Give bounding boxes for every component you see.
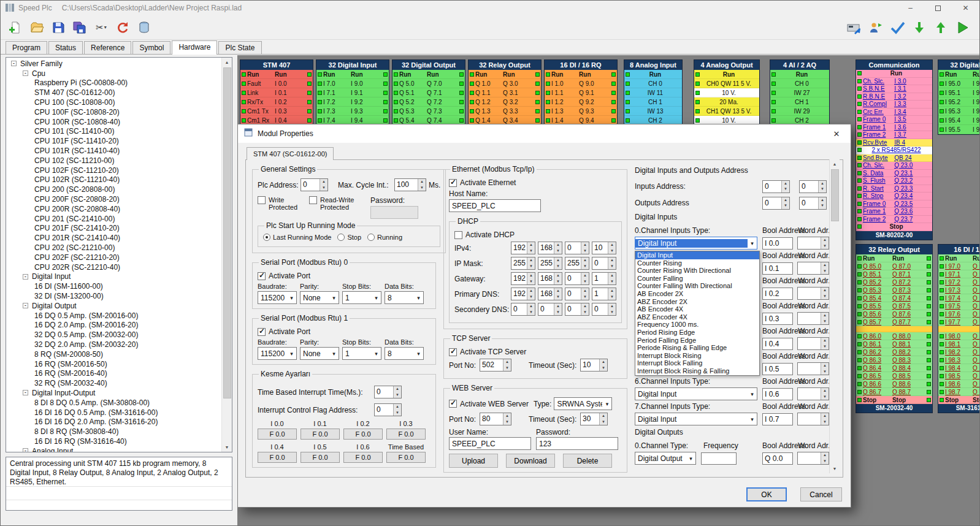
- output-type-dropdown[interactable]: Digital Output▾: [635, 452, 696, 465]
- tree-expander-icon[interactable]: -: [11, 61, 17, 66]
- spinner[interactable]: ▲▼: [797, 413, 829, 425]
- web-timeout-spinner[interactable]: 30▲▼: [580, 413, 608, 425]
- scroll-down-icon[interactable]: ▼: [225, 443, 229, 452]
- bool-address-field[interactable]: I 0.7: [762, 413, 793, 425]
- spinner-arrows-icon[interactable]: ▲▼: [599, 359, 607, 371]
- spinner[interactable]: ▲▼: [797, 262, 829, 275]
- tab-plc-state[interactable]: Plc State: [218, 41, 261, 54]
- download-button[interactable]: Download: [506, 454, 555, 468]
- spinner-arrows-icon[interactable]: ▲▼: [821, 388, 829, 400]
- spinner-arrows-icon[interactable]: ▲▼: [581, 257, 589, 269]
- spinner-arrows-icon[interactable]: ▲▼: [608, 288, 616, 300]
- tab-program[interactable]: Program: [6, 41, 47, 54]
- tree-item[interactable]: CPU 101F (SC-11410-20): [6, 136, 221, 146]
- spinner[interactable]: 0▲▼: [592, 257, 616, 270]
- dropdown-option[interactable]: Period Falling Edge: [635, 337, 759, 345]
- tree-item[interactable]: -Digital Input-Output: [6, 388, 221, 398]
- tree-item[interactable]: -Analog Input: [6, 446, 221, 452]
- tree-item[interactable]: CPU 201F (SC-21410-20): [6, 224, 221, 234]
- tree-item[interactable]: 16 DI 16 DQ 0.5 Amp. (SM-31616-00): [6, 408, 221, 417]
- scroll-down-icon[interactable]: ▼: [833, 464, 837, 473]
- spinner[interactable]: ▲▼: [797, 312, 829, 325]
- spinner-arrows-icon[interactable]: ▲▼: [821, 338, 829, 349]
- tree-item[interactable]: 16 DQ 0.5 Amp. (SM-20016-00): [6, 311, 221, 321]
- bool-address-field[interactable]: Q 0.0: [762, 452, 793, 465]
- tree-item[interactable]: -Cpu: [6, 69, 221, 78]
- web-type-dropdown[interactable]: SRWNA Syster ▾: [554, 397, 612, 410]
- tree-expander-icon[interactable]: -: [23, 303, 28, 308]
- interrupt-flag-box[interactable]: F 0.0: [343, 429, 383, 440]
- tree-item[interactable]: 16 DQ 2.0 Amp. (SM-20016-20): [6, 321, 221, 330]
- tab-status[interactable]: Status: [48, 41, 83, 54]
- dropdown-option[interactable]: Interrupt Block Rising & Falling: [635, 367, 759, 375]
- new-file-icon[interactable]: [6, 18, 25, 37]
- refresh-icon[interactable]: [113, 18, 132, 37]
- spinner-arrows-icon[interactable]: ▲▼: [581, 273, 589, 284]
- tab-symbol[interactable]: Symbol: [132, 41, 170, 54]
- radio-last-running-mode[interactable]: [263, 234, 270, 241]
- save-all-icon[interactable]: [70, 18, 90, 37]
- dropdown-option[interactable]: Interrupt Block Falling: [635, 359, 759, 367]
- activate-tcp-checkbox[interactable]: [449, 348, 457, 356]
- tree-expander-icon[interactable]: -: [23, 448, 28, 452]
- activate-dhcp-checkbox[interactable]: [454, 231, 462, 239]
- spinner[interactable]: ▲▼: [797, 387, 829, 400]
- tree-item[interactable]: 32 RQ (SM-20032-40): [6, 378, 221, 388]
- tree-item[interactable]: CPU 202R (SC-21210-40): [6, 262, 221, 272]
- spinner-arrows-icon[interactable]: ▲▼: [527, 303, 535, 315]
- tree-item[interactable]: 8 DI 8 RQ (SM-30808-40): [6, 427, 221, 436]
- tree-item[interactable]: CPU 200F (SC-20808-20): [6, 194, 221, 204]
- spinner-arrows-icon[interactable]: ▲▼: [527, 242, 535, 254]
- run-icon[interactable]: [952, 18, 972, 37]
- inputs-address-spinner-2[interactable]: 0▲▼: [799, 180, 827, 193]
- bool-address-field[interactable]: I 0.5: [762, 363, 793, 375]
- tree-item[interactable]: 8 RQ (SM-20008-50): [6, 349, 221, 359]
- minimize-button[interactable]: –: [897, 1, 924, 15]
- spinner-arrows-icon[interactable]: ▲▼: [554, 288, 562, 300]
- scroll-thumb[interactable]: [831, 169, 839, 221]
- spinner[interactable]: ▲▼: [797, 287, 829, 300]
- bool-address-field[interactable]: I 0.1: [762, 262, 793, 275]
- read-write-protected-checkbox[interactable]: [309, 196, 317, 204]
- delete-button[interactable]: Delete: [563, 454, 612, 468]
- save-icon[interactable]: [48, 18, 68, 37]
- tree-item[interactable]: Raspberry Pi (SC-00808-00): [6, 78, 221, 88]
- spinner[interactable]: 0▲▼: [565, 242, 589, 254]
- spinner[interactable]: 0▲▼: [511, 303, 535, 316]
- spinner-arrows-icon[interactable]: ▲▼: [821, 363, 829, 375]
- spinner[interactable]: 255▲▼: [565, 257, 589, 270]
- spinner-arrows-icon[interactable]: ▲▼: [581, 288, 589, 300]
- spinner-arrows-icon[interactable]: ▲▼: [818, 197, 826, 209]
- dropdown[interactable]: None▾: [300, 347, 339, 360]
- outputs-address-spinner-2[interactable]: 0▲▼: [799, 197, 827, 210]
- interrupt-flag-box[interactable]: F 0.0: [258, 429, 297, 440]
- module-card-analog-output-4[interactable]: 4 Analog OutputRunCH0 QW 11 5 V.10 V.20 …: [694, 59, 760, 126]
- dropdown-option[interactable]: Frequency 1000 ms.: [635, 321, 759, 329]
- maximize-button[interactable]: [924, 1, 952, 15]
- web-password-input[interactable]: 123: [536, 437, 618, 450]
- dropdown[interactable]: 115200▾: [258, 291, 297, 304]
- dropdown-option[interactable]: Periode Rising & Falling Edge: [635, 344, 759, 352]
- tree-item[interactable]: STM 407 (SC-01612-00): [6, 88, 221, 97]
- dialog-close-icon[interactable]: ✕: [827, 129, 846, 139]
- module-card-communication[interactable]: CommunicationRunCh. Slc.I 3.0S.B.N.EI 3.…: [856, 59, 933, 240]
- scroll-thumb[interactable]: [223, 67, 231, 398]
- spinner[interactable]: ▲▼: [797, 362, 829, 375]
- activate-port-1-checkbox[interactable]: [258, 328, 266, 336]
- interrupt-flag-box[interactable]: F 0.0: [258, 452, 297, 463]
- tree-item[interactable]: 16 DI 16 RQ (SM-31616-40): [6, 436, 221, 446]
- module-card-di16-rq16-partial[interactable]: 16 DI / 16 RQRunRunI 97.0Q 99.0I 97.1Q 9…: [938, 244, 979, 413]
- database-icon[interactable]: [134, 18, 154, 37]
- tree-expander-icon[interactable]: -: [23, 390, 28, 395]
- dropdown-option[interactable]: ABZ Encoder 2X: [635, 298, 759, 306]
- dropdown-option[interactable]: AB Encoder 2X: [635, 290, 759, 298]
- spinner-arrows-icon[interactable]: ▲▼: [608, 303, 616, 315]
- spinner[interactable]: 192▲▼: [511, 288, 535, 300]
- cut-icon[interactable]: ✂▾: [91, 18, 111, 37]
- spinner-arrows-icon[interactable]: ▲▼: [608, 273, 616, 284]
- spinner-arrows-icon[interactable]: ▲▼: [821, 288, 829, 299]
- dropdown-option[interactable]: Counter Rising: [635, 259, 759, 267]
- max-cycle-spinner[interactable]: 100▲▼: [394, 178, 426, 191]
- tree-item[interactable]: CPU 100F (SC-10808-20): [6, 107, 221, 117]
- tree-item[interactable]: CPU 202F (SC-21210-20): [6, 253, 221, 262]
